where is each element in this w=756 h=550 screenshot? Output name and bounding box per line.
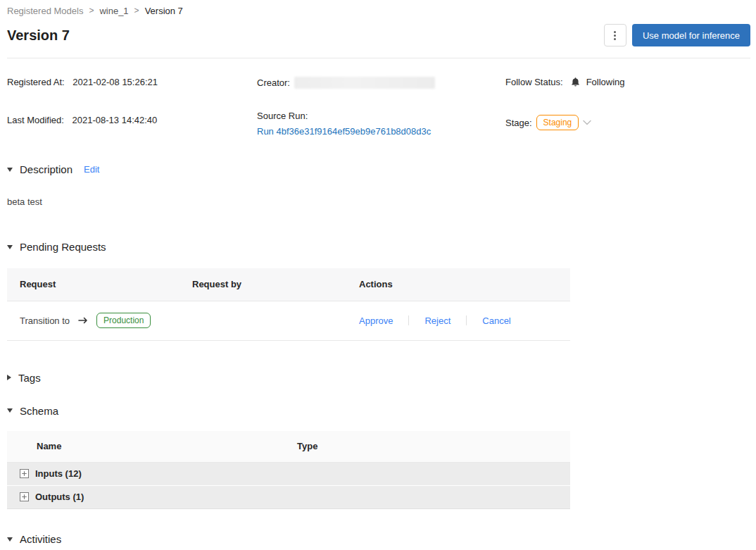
schema-outputs-row[interactable]: Outputs (1) bbox=[7, 486, 570, 509]
column-header-name: Name bbox=[7, 431, 297, 463]
breadcrumb: Registered Models > wine_1 > Version 7 bbox=[7, 4, 750, 17]
arrow-right-icon bbox=[78, 317, 88, 324]
column-header-request-by: Request by bbox=[179, 268, 346, 301]
follow-status-value[interactable]: Following bbox=[586, 77, 625, 87]
ellipsis-icon bbox=[614, 31, 616, 33]
stage: Stage: Staging bbox=[505, 111, 750, 137]
follow-status: Follow Status: Following bbox=[505, 77, 750, 111]
approve-link[interactable]: Approve bbox=[359, 315, 393, 326]
bell-icon bbox=[570, 77, 581, 87]
page-title: Version 7 bbox=[7, 27, 70, 44]
schema-section: Schema Name Type Inputs (12) bbox=[7, 405, 750, 510]
schema-table: Name Type Inputs (12) bbox=[7, 431, 570, 510]
breadcrumb-separator-icon: > bbox=[89, 6, 94, 15]
breadcrumb-registered-models[interactable]: Registered Models bbox=[7, 6, 83, 16]
schema-header[interactable]: Schema bbox=[7, 405, 750, 417]
last-modified-value: 2021-08-13 14:42:40 bbox=[73, 115, 158, 125]
stage-badge[interactable]: Staging bbox=[536, 115, 579, 130]
pending-requests-header[interactable]: Pending Requests bbox=[7, 241, 750, 253]
tags-section: Tags bbox=[7, 372, 750, 384]
more-options-button[interactable] bbox=[604, 24, 626, 46]
use-model-for-inference-button[interactable]: Use model for inference bbox=[632, 24, 750, 46]
collapse-caret-icon bbox=[7, 245, 13, 249]
metadata-grid: Registered At: 2021-02-08 15:26:21 Creat… bbox=[7, 77, 750, 137]
source-run-link[interactable]: Run 4bf36e31f9164ef59eb9e761b8d08d3c bbox=[257, 126, 431, 137]
divider bbox=[408, 315, 409, 325]
creator: Creator: bbox=[257, 77, 505, 111]
cancel-link[interactable]: Cancel bbox=[482, 315, 510, 326]
schema-inputs-label: Inputs (12) bbox=[35, 468, 82, 479]
source-run-label: Source Run: bbox=[257, 111, 505, 121]
collapsed-caret-icon bbox=[7, 375, 11, 380]
stage-selector[interactable]: Staging bbox=[536, 115, 592, 130]
breadcrumb-current-version: Version 7 bbox=[145, 6, 183, 16]
creator-redacted-value bbox=[294, 77, 435, 89]
description-body: beta test bbox=[7, 196, 750, 207]
registered-at-value: 2021-02-08 15:26:21 bbox=[73, 77, 158, 87]
breadcrumb-separator-icon: > bbox=[134, 6, 139, 15]
expand-plus-icon[interactable] bbox=[20, 492, 29, 501]
description-header[interactable]: Description Edit bbox=[7, 163, 750, 175]
schema-outputs-label: Outputs (1) bbox=[35, 492, 84, 502]
pending-requests-section: Pending Requests Request Request by Acti… bbox=[7, 241, 750, 341]
activities-section: Activities applied a stage transition No… bbox=[7, 533, 750, 550]
registered-at-label: Registered At: bbox=[7, 77, 65, 87]
ellipsis-icon bbox=[614, 35, 616, 37]
model-version-page: Registered Models > wine_1 > Version 7 V… bbox=[0, 0, 756, 550]
ellipsis-icon bbox=[614, 38, 616, 40]
schema-title: Schema bbox=[20, 405, 58, 417]
breadcrumb-model-name[interactable]: wine_1 bbox=[99, 6, 128, 16]
creator-label: Creator: bbox=[257, 77, 290, 88]
page-header: Version 7 Use model for inference bbox=[7, 24, 750, 58]
request-text: Transition to bbox=[20, 315, 70, 326]
collapse-caret-icon bbox=[7, 537, 13, 542]
stage-label: Stage: bbox=[505, 118, 532, 128]
description-section: Description Edit beta test bbox=[7, 163, 750, 207]
expand-plus-icon[interactable] bbox=[20, 469, 29, 478]
description-edit-link[interactable]: Edit bbox=[84, 164, 99, 175]
pending-requests-table: Request Request by Actions Transition to… bbox=[7, 268, 570, 341]
last-modified-label: Last Modified: bbox=[7, 115, 64, 125]
schema-inputs-row[interactable]: Inputs (12) bbox=[7, 463, 570, 486]
column-header-actions: Actions bbox=[346, 268, 570, 301]
collapse-caret-icon bbox=[7, 408, 13, 413]
target-stage-badge: Production bbox=[96, 313, 151, 328]
column-header-request: Request bbox=[7, 268, 179, 301]
activities-header[interactable]: Activities bbox=[7, 533, 750, 545]
tags-title: Tags bbox=[18, 372, 41, 384]
pending-request-row: Transition to Production Approve Reje bbox=[7, 301, 570, 340]
reject-link[interactable]: Reject bbox=[424, 315, 451, 326]
header-actions: Use model for inference bbox=[604, 24, 750, 46]
tags-header[interactable]: Tags bbox=[7, 372, 750, 384]
registered-at: Registered At: 2021-02-08 15:26:21 bbox=[7, 77, 257, 111]
source-run: Source Run: Run 4bf36e31f9164ef59eb9e761… bbox=[257, 111, 505, 137]
column-header-type: Type bbox=[297, 431, 570, 463]
activities-title: Activities bbox=[20, 533, 61, 545]
description-title: Description bbox=[20, 163, 73, 175]
collapse-caret-icon bbox=[7, 168, 13, 172]
follow-status-label: Follow Status: bbox=[505, 77, 563, 87]
last-modified: Last Modified: 2021-08-13 14:42:40 bbox=[7, 111, 257, 137]
chevron-down-icon bbox=[583, 120, 591, 125]
pending-requests-title: Pending Requests bbox=[20, 241, 106, 253]
divider bbox=[466, 315, 467, 325]
